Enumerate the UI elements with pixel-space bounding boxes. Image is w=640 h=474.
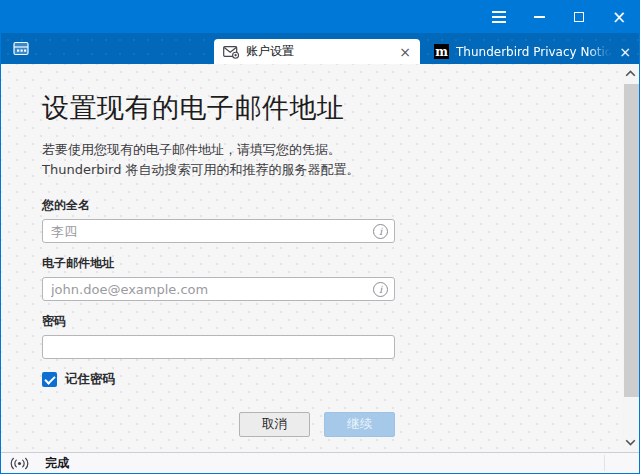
maximize-icon: [574, 12, 584, 22]
titlebar[interactable]: ×: [1, 1, 639, 33]
intro-line-1: 若要使用您现有的电子邮件地址，请填写您的凭据。: [42, 140, 395, 160]
page-title: 设置现有的电子邮件地址: [42, 90, 395, 126]
hamburger-menu-icon: [492, 11, 506, 23]
mozilla-favicon: m: [434, 44, 449, 59]
account-settings-envelope-icon: [223, 45, 239, 59]
tab-close-icon[interactable]: ×: [619, 45, 631, 59]
email-field-group: 电子邮件地址 i: [42, 255, 395, 301]
info-icon[interactable]: i: [373, 282, 388, 297]
remember-password-checkbox[interactable]: [42, 372, 57, 387]
intro-line-2: Thunderbird 将自动搜索可用的和推荐的服务器配置。: [42, 160, 395, 180]
tab-label: 账户设置: [246, 43, 392, 60]
scroll-up-button[interactable]: [622, 66, 639, 81]
info-icon[interactable]: i: [373, 224, 388, 239]
remember-password-row[interactable]: 记住密码: [42, 371, 395, 388]
status-bar: 完成: [1, 452, 639, 473]
tab-account-settings[interactable]: 账户设置 ×: [214, 39, 420, 64]
maximize-button[interactable]: [559, 1, 599, 33]
setup-form: 设置现有的电子邮件地址 若要使用您现有的电子邮件地址，请填写您的凭据。 Thun…: [42, 90, 395, 452]
intro-text: 若要使用您现有的电子邮件地址，请填写您的凭据。 Thunderbird 将自动搜…: [42, 140, 395, 179]
account-setup-pane: 设置现有的电子邮件地址 若要使用您现有的电子邮件地址，请填写您的凭据。 Thun…: [1, 64, 639, 452]
remember-password-label: 记住密码: [65, 371, 115, 388]
email-input[interactable]: [42, 277, 395, 301]
password-label: 密码: [42, 313, 395, 330]
chevron-down-icon: [625, 439, 636, 446]
minimize-button[interactable]: [519, 1, 559, 33]
activity-broadcast-icon[interactable]: [9, 457, 30, 470]
tab-label: Thunderbird Privacy Notice — M: [456, 45, 610, 59]
password-input[interactable]: [42, 335, 395, 359]
minimize-icon: [534, 16, 545, 18]
close-window-button[interactable]: ×: [599, 1, 639, 33]
vertical-scrollbar[interactable]: [622, 64, 639, 452]
spaces-toolbar-button[interactable]: [12, 40, 30, 57]
tab-privacy-notice[interactable]: m Thunderbird Privacy Notice — M ×: [428, 39, 639, 64]
tab-strip: 账户设置 × m Thunderbird Privacy Notice — M …: [1, 33, 639, 64]
email-label: 电子邮件地址: [42, 255, 395, 272]
cancel-button[interactable]: 取消: [239, 412, 310, 437]
action-buttons: 取消 继续: [42, 412, 395, 437]
chevron-up-icon: [625, 70, 636, 77]
tab-close-icon[interactable]: ×: [399, 45, 411, 59]
full-name-input[interactable]: [42, 219, 395, 243]
scrollbar-thumb[interactable]: [624, 84, 639, 397]
full-name-field-group: 您的全名 i: [42, 197, 395, 243]
thunderbird-window: × 账户设置 × m Thunderbird Pr: [0, 0, 640, 474]
spaces-icon: [13, 41, 29, 56]
full-name-label: 您的全名: [42, 197, 395, 214]
scroll-down-button[interactable]: [622, 435, 639, 450]
continue-button[interactable]: 继续: [324, 412, 395, 437]
app-menu-button[interactable]: [479, 1, 519, 33]
status-text: 完成: [45, 455, 69, 472]
password-field-group: 密码: [42, 313, 395, 359]
window-controls: ×: [479, 1, 639, 33]
statusbar-divider: [604, 455, 605, 471]
